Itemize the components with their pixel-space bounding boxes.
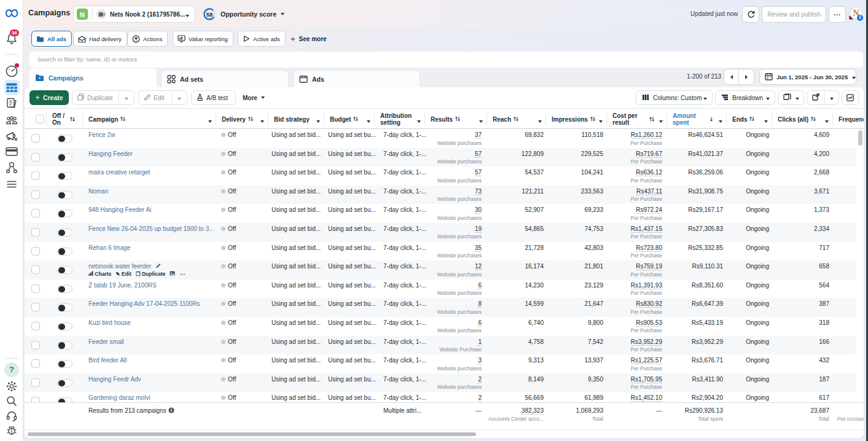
svg-text:58: 58 (206, 11, 213, 18)
